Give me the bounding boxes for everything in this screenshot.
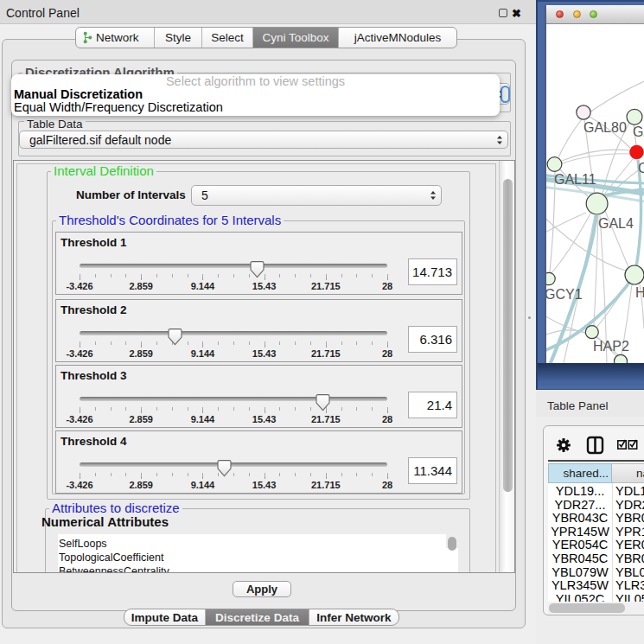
svg-text:GAL11: GAL11 xyxy=(554,172,596,187)
svg-text:GAL80: GAL80 xyxy=(583,120,627,135)
svg-text:HAP2: HAP2 xyxy=(593,339,629,354)
svg-text:GA: GA xyxy=(633,124,644,139)
svg-text:GCY1: GCY1 xyxy=(546,287,583,302)
svg-text:GAL4: GAL4 xyxy=(598,216,634,231)
svg-text:C: C xyxy=(638,161,644,175)
svg-text:HA: HA xyxy=(635,285,644,300)
